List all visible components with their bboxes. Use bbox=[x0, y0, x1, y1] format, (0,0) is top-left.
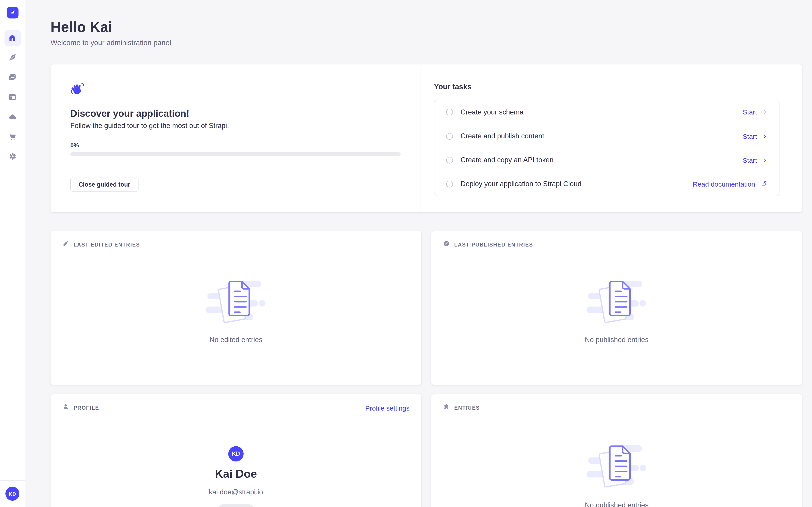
guided-tour-section: Discover your application! Follow the gu… bbox=[51, 64, 420, 212]
progress-label: 0% bbox=[70, 142, 79, 149]
tasks-list: Create your schema Start Create and publ… bbox=[434, 100, 779, 196]
documents-illustration bbox=[206, 278, 266, 332]
documents-illustration bbox=[587, 278, 647, 332]
sidebar-item-media-library[interactable] bbox=[4, 70, 20, 86]
last-published-entries-widget: LAST PUBLISHED ENTRIES bbox=[431, 231, 802, 385]
page-subtitle: Welcome to your administration panel bbox=[51, 38, 171, 47]
profile-avatar: KD bbox=[228, 446, 244, 461]
task-radio[interactable] bbox=[446, 109, 453, 115]
task-label: Create your schema bbox=[461, 108, 743, 116]
pictures-icon bbox=[8, 73, 17, 83]
widget-header: ENTRIES bbox=[443, 403, 480, 412]
guided-tour-title: Discover your application! bbox=[70, 108, 189, 119]
profile-role-badge bbox=[218, 504, 254, 507]
entries-widget: ENTRIES bbox=[431, 394, 802, 507]
last-edited-entries-widget: LAST EDITED ENTRIES bbox=[51, 231, 421, 385]
guided-tour-subtitle: Follow the guided tour to get the most o… bbox=[70, 121, 229, 130]
puzzle-icon bbox=[443, 403, 450, 412]
strapi-logo-icon bbox=[9, 8, 16, 17]
tasks-title: Your tasks bbox=[434, 82, 471, 91]
task-read-documentation-link[interactable]: Read documentation bbox=[693, 180, 767, 188]
layout-icon bbox=[8, 93, 17, 103]
external-link-icon bbox=[761, 180, 767, 188]
close-guided-tour-button[interactable]: Close guided tour bbox=[70, 178, 139, 191]
profile-email: kai.doe@strapi.io bbox=[51, 488, 421, 496]
task-start-link[interactable]: Start bbox=[743, 132, 767, 140]
profile-settings-link[interactable]: Profile settings bbox=[365, 404, 410, 412]
widget-header: PROFILE bbox=[62, 403, 99, 412]
check-circle-icon bbox=[443, 240, 450, 249]
widget-title: PROFILE bbox=[73, 405, 99, 410]
profile-widget: PROFILE Profile settings KD Kai Doe kai.… bbox=[51, 394, 421, 507]
waving-hand-icon bbox=[70, 81, 84, 97]
person-icon bbox=[62, 403, 69, 412]
profile-name: Kai Doe bbox=[51, 467, 421, 481]
empty-state-message: No edited entries bbox=[51, 336, 421, 344]
strapi-logo-button[interactable] bbox=[6, 7, 18, 18]
sidebar-item-marketplace[interactable] bbox=[4, 129, 20, 146]
task-radio[interactable] bbox=[446, 133, 453, 139]
page-title: Hello Kai bbox=[51, 18, 112, 36]
strapi-admin-homepage: KD Hello Kai Welcome to your administrat… bbox=[0, 0, 812, 507]
sidebar-item-content-type-builder[interactable] bbox=[4, 90, 20, 106]
chevron-right-icon bbox=[762, 108, 767, 116]
widget-header: LAST PUBLISHED ENTRIES bbox=[443, 240, 533, 249]
home-icon bbox=[8, 33, 17, 44]
sidebar-nav bbox=[4, 30, 20, 169]
task-start-link[interactable]: Start bbox=[743, 156, 767, 164]
sidebar: KD bbox=[0, 0, 25, 507]
sidebar-bottom: KD bbox=[0, 481, 25, 507]
empty-state-message: No published entries bbox=[431, 501, 802, 507]
sidebar-item-cloud[interactable] bbox=[4, 110, 20, 126]
sidebar-item-home[interactable] bbox=[4, 30, 20, 46]
widget-header: LAST EDITED ENTRIES bbox=[62, 240, 140, 249]
gear-icon bbox=[8, 152, 17, 163]
sidebar-item-settings[interactable] bbox=[4, 149, 20, 165]
sidebar-item-content-manager[interactable] bbox=[4, 50, 20, 66]
guided-tour-panel: Discover your application! Follow the gu… bbox=[51, 64, 802, 212]
task-label: Deploy your application to Strapi Cloud bbox=[461, 180, 693, 188]
task-radio[interactable] bbox=[446, 180, 453, 187]
sidebar-divider bbox=[0, 25, 25, 25]
widget-title: LAST PUBLISHED ENTRIES bbox=[454, 242, 533, 247]
progress-bar bbox=[70, 152, 401, 156]
task-start-link[interactable]: Start bbox=[743, 108, 767, 116]
chevron-right-icon bbox=[762, 156, 767, 164]
task-label: Create and copy an API token bbox=[461, 156, 743, 164]
tasks-section: Your tasks Create your schema Start Crea… bbox=[420, 64, 802, 212]
task-row-create-publish-content[interactable]: Create and publish content Start bbox=[435, 124, 779, 148]
widget-title: LAST EDITED ENTRIES bbox=[73, 242, 140, 247]
empty-state-message: No published entries bbox=[431, 336, 802, 344]
sidebar-bottom-divider bbox=[0, 481, 25, 481]
task-row-deploy-strapi-cloud[interactable]: Deploy your application to Strapi Cloud … bbox=[435, 172, 779, 195]
task-label: Create and publish content bbox=[461, 132, 743, 140]
documents-illustration bbox=[587, 442, 647, 496]
cart-icon bbox=[8, 132, 17, 143]
pencil-icon bbox=[62, 240, 69, 249]
feather-icon bbox=[8, 53, 17, 63]
chevron-right-icon bbox=[762, 132, 767, 140]
task-row-create-schema[interactable]: Create your schema Start bbox=[435, 100, 779, 124]
user-avatar[interactable]: KD bbox=[5, 487, 19, 501]
task-radio[interactable] bbox=[446, 157, 453, 163]
widget-title: ENTRIES bbox=[454, 405, 480, 410]
task-row-create-api-token[interactable]: Create and copy an API token Start bbox=[435, 148, 779, 172]
cloud-icon bbox=[8, 112, 17, 123]
